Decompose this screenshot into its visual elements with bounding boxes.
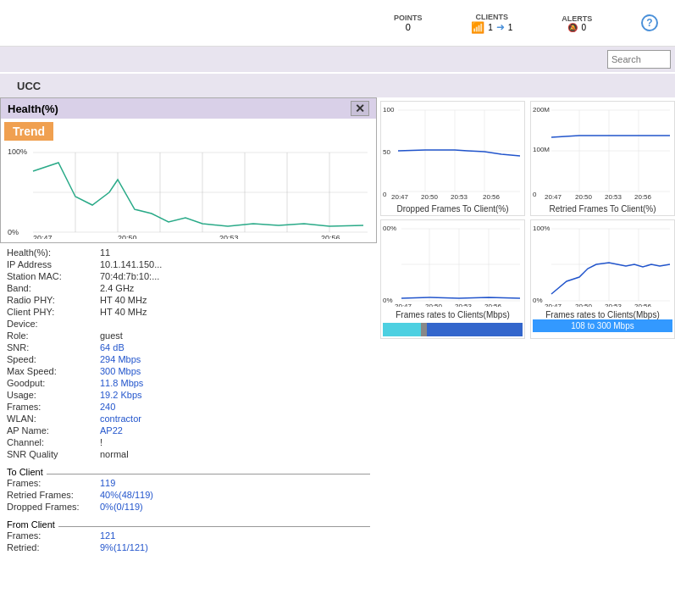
to-client-divider	[47, 474, 370, 474]
value-snr: 64 dB	[100, 342, 124, 352]
info-row-channel: Channel: !	[7, 436, 370, 448]
value-ip: 10.1.141.150...	[100, 259, 162, 269]
health-title: Health(%)	[8, 103, 58, 115]
retried-chart-title: Retried Frames To Client(%)	[533, 204, 672, 214]
info-row-max-speed: Max Speed: 300 Mbps	[7, 365, 370, 377]
svg-text:20:53: 20:53	[605, 302, 622, 307]
svg-text:20:56: 20:56	[634, 302, 652, 307]
value-client-phy: HT 40 MHz	[100, 307, 147, 317]
info-row-band: Band: 2.4 GHz	[7, 282, 370, 294]
clients-count2: 1	[508, 23, 513, 32]
bar-gray	[421, 323, 427, 336]
bell-icon: 🔕	[567, 23, 578, 32]
frames-left-svg: 00% 0% 20:47 20:50 20:53 20:56	[383, 222, 523, 307]
value-tc-dropped: 0%(0/119)	[100, 502, 143, 512]
svg-text:0%: 0%	[8, 228, 19, 236]
help-button[interactable]: ?	[641, 14, 658, 31]
value-wlan: contractor	[100, 413, 141, 424]
points-section: POINTS 0	[394, 14, 423, 32]
label-tc-dropped: Dropped Frames:	[7, 502, 100, 512]
label-usage: Usage:	[7, 390, 100, 400]
info-row-wlan: WLAN: contractor	[7, 413, 370, 425]
value-tc-retried: 40%(48/119)	[100, 490, 153, 500]
ucc-bar: UCC	[0, 74, 675, 97]
svg-text:0: 0	[383, 191, 387, 198]
info-row-snr: SNR: 64 dB	[7, 341, 370, 353]
from-client-divider	[58, 526, 370, 527]
alerts-icon-row: 🔕 0	[567, 23, 586, 32]
frames-right-title: Frames rates to Clients(Mbps)	[533, 310, 672, 319]
info-row-device: Device:	[7, 318, 370, 330]
label-speed: Speed:	[7, 354, 100, 364]
svg-text:20:50: 20:50	[118, 234, 137, 239]
svg-text:100%: 100%	[533, 225, 550, 232]
clients-icon-row: 📶 1 ➜ 1	[471, 21, 512, 34]
trend-chart: 100% 0% 20:47	[8, 146, 372, 239]
alerts-section: ALERTS 🔕 0	[562, 14, 592, 32]
dropped-chart-svg: 100 50 0 20:47 20:50 20:53 20:56	[383, 103, 523, 201]
info-row-ap-name: AP Name: AP22	[7, 425, 370, 436]
svg-text:0%: 0%	[533, 297, 543, 304]
dropped-frames-chart: 100 50 0 20:47 20:50 20:53 20:56 Dr	[380, 101, 525, 216]
info-row-speed: Speed: 294 Mbps	[7, 353, 370, 365]
retried-frames-chart: 200M 100M 0 20:47 20:50 20:53 20:56	[530, 101, 675, 216]
search-bar-row	[0, 47, 675, 72]
label-snr: SNR:	[7, 342, 100, 352]
svg-text:50: 50	[383, 148, 390, 156]
svg-text:20:47: 20:47	[545, 302, 562, 307]
svg-text:20:53: 20:53	[451, 193, 468, 201]
points-label: POINTS	[394, 14, 423, 22]
svg-text:20:50: 20:50	[575, 302, 593, 307]
clients-label: CLIENTS	[476, 13, 509, 21]
label-band: Band:	[7, 283, 100, 293]
svg-text:20:53: 20:53	[455, 302, 473, 307]
value-radio-phy: HT 40 MHz	[100, 295, 147, 305]
search-input[interactable]	[607, 50, 671, 69]
svg-text:00%: 00%	[383, 225, 396, 232]
svg-text:20:53: 20:53	[605, 193, 622, 201]
svg-text:20:47: 20:47	[391, 193, 409, 201]
value-max-speed: 300 Mbps	[100, 366, 141, 376]
value-role: guest	[100, 330, 123, 341]
points-count: 0	[406, 22, 411, 32]
frames-rates-right-chart: 100% 0% 20:47 20:50 20:53 20:56 Frames r…	[530, 219, 675, 339]
ucc-label: UCC	[17, 80, 41, 92]
from-client-header-row: From Client	[7, 519, 370, 530]
value-tc-frames: 119	[100, 478, 115, 488]
info-row-radio-phy: Radio PHY: HT 40 MHz	[7, 294, 370, 306]
to-client-retried-row: Retried Frames: 40%(48/119)	[7, 489, 370, 501]
value-usage: 19.2 Kbps	[100, 390, 142, 400]
top-bar-right: POINTS 0 CLIENTS 📶 1 ➜ 1 ALERTS 🔕 0 ?	[385, 13, 667, 34]
to-client-label: To Client	[7, 467, 43, 477]
svg-text:200M: 200M	[533, 106, 550, 114]
label-snr-quality: SNR Quality	[7, 449, 100, 459]
alerts-label: ALERTS	[562, 14, 592, 23]
trend-chart-area: 100% 0% 20:47	[1, 144, 376, 242]
label-goodput: Goodput:	[7, 378, 100, 388]
top-bar: POINTS 0 CLIENTS 📶 1 ➜ 1 ALERTS 🔕 0 ?	[0, 0, 675, 47]
info-table: Health(%): 11 IP Address 10.1.141.150...…	[0, 243, 377, 557]
label-channel: Channel:	[7, 437, 100, 447]
close-button[interactable]: ✕	[351, 101, 369, 116]
label-frames: Frames:	[7, 402, 100, 412]
info-row-ip: IP Address 10.1.141.150...	[7, 258, 370, 270]
frames-left-bar	[383, 323, 523, 336]
value-ap-name: AP22	[100, 425, 123, 436]
arrow-icon: ➜	[496, 21, 505, 33]
health-title-bar: Health(%) ✕	[1, 98, 376, 119]
svg-text:20:47: 20:47	[545, 193, 562, 201]
retried-chart-svg: 200M 100M 0 20:47 20:50 20:53 20:56	[533, 103, 672, 201]
info-row-health: Health(%): 11	[7, 247, 370, 258]
top-charts-row: 100 50 0 20:47 20:50 20:53 20:56 Dr	[380, 101, 675, 216]
svg-text:20:56: 20:56	[634, 193, 652, 201]
from-client-frames-row: Frames: 121	[7, 530, 370, 541]
label-ip: IP Address	[7, 259, 100, 269]
info-row-goodput: Goodput: 11.8 Mbps	[7, 377, 370, 389]
value-fc-frames: 121	[100, 530, 115, 541]
frames-right-bar-label: 108 to 300 Mbps	[533, 319, 672, 332]
svg-text:100%: 100%	[8, 147, 27, 156]
label-fc-retried: Retried:	[7, 542, 100, 552]
info-row-role: Role: guest	[7, 330, 370, 341]
label-max-speed: Max Speed:	[7, 366, 100, 376]
health-box: Health(%) ✕ Trend 100% 0%	[0, 97, 377, 243]
